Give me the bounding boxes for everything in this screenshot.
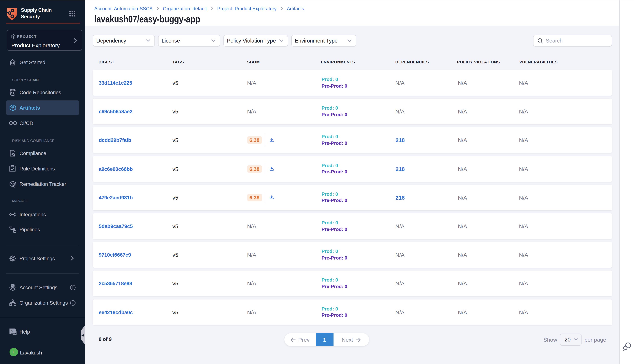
svg-text:?: ? (11, 329, 14, 333)
